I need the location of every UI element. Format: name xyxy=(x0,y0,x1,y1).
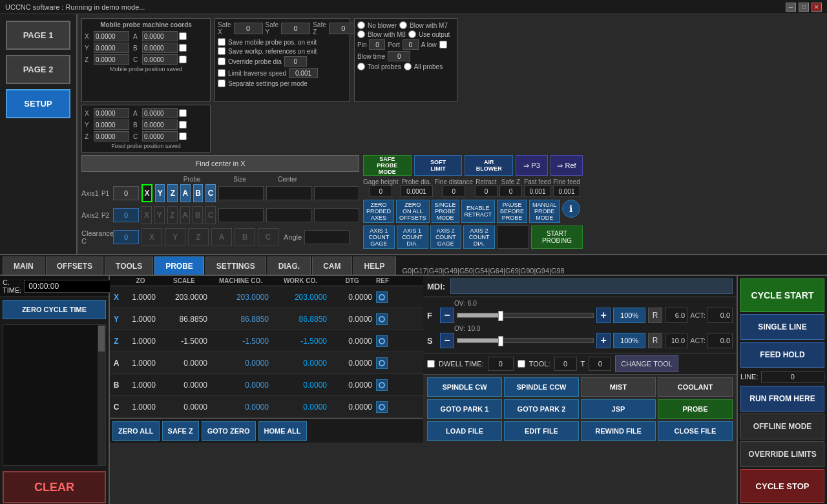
dwell-cb[interactable] xyxy=(427,360,435,368)
mdi-input[interactable] xyxy=(450,278,733,294)
feed-plus-btn[interactable]: + xyxy=(596,308,611,323)
axis1-count-dia-btn[interactable]: AXIS 1 COUNT DIA. xyxy=(397,226,428,249)
cycle-start-btn[interactable]: CYCLE START xyxy=(740,278,824,312)
no-blower-radio[interactable] xyxy=(357,21,365,29)
mobile-y-cb[interactable] xyxy=(179,44,187,52)
run-from-here-btn[interactable]: RUN FROM HERE xyxy=(740,386,824,412)
find-center-btn[interactable]: Find center in X xyxy=(81,155,359,172)
override-limits-btn[interactable]: OVERRIDE LIMITS xyxy=(740,441,824,467)
fine-feed-input[interactable] xyxy=(553,185,580,197)
tab-diag[interactable]: DIAG. xyxy=(267,257,311,275)
axis1-x-btn[interactable]: X xyxy=(141,184,152,202)
mobile-a-input[interactable] xyxy=(142,31,178,41)
all-probes-radio[interactable] xyxy=(404,63,412,70)
fixed-x-cb[interactable] xyxy=(179,109,187,117)
enable-retract-btn[interactable]: ENABLE RETRACT xyxy=(461,200,496,223)
save-workp-cb[interactable] xyxy=(218,47,225,55)
fixed-b-input[interactable] xyxy=(142,120,178,130)
dro-target-y[interactable] xyxy=(376,313,388,325)
blow-time-input[interactable] xyxy=(388,51,410,61)
a-low-cb[interactable] xyxy=(439,41,447,48)
mobile-b-input[interactable] xyxy=(142,43,178,53)
single-probe-mode-btn[interactable]: SINGLE PROBE MODE xyxy=(432,200,459,223)
safe-z-probe-input[interactable] xyxy=(499,185,522,197)
axis2-probe-val[interactable] xyxy=(218,208,264,222)
close-file-btn[interactable]: CLOSE FILE xyxy=(658,421,733,441)
mobile-z-input[interactable] xyxy=(94,54,129,65)
axis1-z-btn[interactable]: Z xyxy=(167,184,178,202)
axis2-p2-input[interactable] xyxy=(113,208,139,222)
clear-y-btn[interactable]: Y xyxy=(165,228,185,246)
fixed-z-cb[interactable] xyxy=(179,132,187,140)
scroll-thumb[interactable] xyxy=(98,326,105,352)
zero-cycle-time-btn[interactable]: ZERO CYCLE TIME xyxy=(3,300,106,319)
use-output-radio[interactable] xyxy=(408,30,416,38)
clear-b-btn[interactable]: B xyxy=(235,228,255,246)
override-val-input[interactable] xyxy=(284,56,307,67)
fixed-c-input[interactable] xyxy=(142,131,178,142)
tab-probe[interactable]: PROBE xyxy=(154,257,204,275)
port-input[interactable] xyxy=(403,39,419,50)
blow-m7-radio[interactable] xyxy=(399,21,407,29)
pin-input[interactable] xyxy=(369,39,385,50)
tab-help[interactable]: HELP xyxy=(353,257,396,275)
mist-btn[interactable]: MIST xyxy=(581,377,656,397)
axis1-probe-val[interactable] xyxy=(218,186,264,200)
arrow-ref-btn[interactable]: ⇒ Ref xyxy=(550,155,583,176)
safe-x-input[interactable] xyxy=(234,23,263,34)
zero-probed-axes-btn[interactable]: ZERO PROBED AXES xyxy=(363,200,394,223)
dro-target-z[interactable] xyxy=(376,335,388,347)
clear-c-btn[interactable]: C xyxy=(258,228,278,246)
retract-input[interactable] xyxy=(475,185,497,197)
axis1-a-btn[interactable]: A xyxy=(180,184,191,202)
mobile-x-cb[interactable] xyxy=(179,32,187,40)
fixed-x-input[interactable] xyxy=(94,108,129,118)
traverse-speed-input[interactable] xyxy=(289,68,318,78)
axis2-a-btn[interactable]: A xyxy=(180,206,191,224)
speed-minus-btn[interactable]: − xyxy=(440,333,454,348)
mobile-c-input[interactable] xyxy=(142,54,178,65)
speed-r-btn[interactable]: R xyxy=(648,333,662,348)
limit-traverse-cb[interactable] xyxy=(218,69,225,77)
clear-x-btn[interactable]: X xyxy=(141,228,162,246)
axis2-count-dia-btn[interactable]: AXIS 2 COUNT DIA. xyxy=(463,226,495,249)
page2-button[interactable]: PAGE 2 xyxy=(6,55,70,84)
gage-height-input[interactable] xyxy=(370,185,392,197)
axis1-center-val[interactable] xyxy=(314,186,359,200)
axis1-c-btn[interactable]: C xyxy=(205,184,216,202)
jsp-btn[interactable]: JSP xyxy=(581,399,656,419)
edit-file-btn[interactable]: EDIT FILE xyxy=(504,421,579,441)
blow-m8-radio[interactable] xyxy=(357,30,365,38)
mobile-y-input[interactable] xyxy=(94,43,129,53)
goto-park2-btn[interactable]: GOTO PARK 2 xyxy=(504,399,579,419)
axis1-p1-input[interactable] xyxy=(113,186,139,200)
tab-cam[interactable]: CAM xyxy=(312,257,351,275)
goto-zero-btn[interactable]: GOTO ZERO xyxy=(202,421,256,441)
axis2-y-btn[interactable]: Y xyxy=(154,206,165,224)
dro-target-x[interactable] xyxy=(376,291,388,303)
axis1-b-btn[interactable]: B xyxy=(193,184,204,202)
dwell-val-input[interactable] xyxy=(488,357,514,371)
clear-btn[interactable]: CLEAR xyxy=(3,471,106,503)
mobile-x-input[interactable] xyxy=(94,31,129,41)
probe-btn[interactable]: PROBE xyxy=(658,399,733,419)
axis2-c-btn[interactable]: C xyxy=(205,206,216,224)
dro-target-a[interactable] xyxy=(376,357,388,369)
pause-before-probe-btn[interactable]: PAUSE BEFORE PROBE xyxy=(497,200,527,223)
feed-minus-btn[interactable]: − xyxy=(440,308,454,323)
fixed-y-input[interactable] xyxy=(94,120,129,130)
feed-pct-btn[interactable]: 100% xyxy=(613,308,645,323)
fixed-z-input[interactable] xyxy=(94,131,129,142)
spindle-cw-btn[interactable]: SPINDLE CW xyxy=(427,377,502,397)
setup-button[interactable]: SETUP xyxy=(6,89,70,118)
change-tool-btn[interactable]: CHANGE TOOL xyxy=(615,355,678,372)
feed-r-btn[interactable]: R xyxy=(648,308,662,323)
zero-on-all-offsets-btn[interactable]: ZERO ON ALL OFFSETS xyxy=(396,200,430,223)
maximize-button[interactable]: □ xyxy=(799,3,809,12)
speed-pct-btn[interactable]: 100% xyxy=(613,333,645,348)
axis2-b-btn[interactable]: B xyxy=(193,206,203,224)
fixed-a-input[interactable] xyxy=(142,108,178,118)
fast-feed-input[interactable] xyxy=(524,185,551,197)
clearance-input[interactable] xyxy=(113,230,139,244)
save-mobile-cb[interactable] xyxy=(218,38,225,46)
